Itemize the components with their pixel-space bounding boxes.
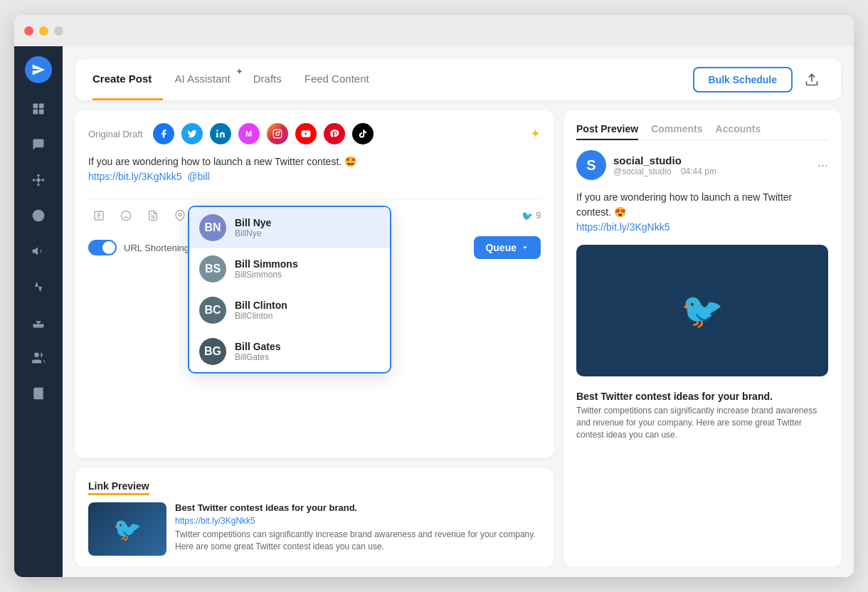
sidebar-item-messages[interactable] <box>23 129 54 160</box>
link-preview-desc: Twitter competitions can significantly i… <box>175 529 541 553</box>
tabs-card: Create Post AI Assistant ✦ Drafts Feed C… <box>75 59 841 100</box>
tab-post-preview[interactable]: Post Preview <box>576 123 638 140</box>
queue-chevron-icon <box>521 243 529 252</box>
mention-info-bill-clinton: Bill Clinton BillClinton <box>235 300 287 321</box>
bill-nye-avatar: BN <box>199 214 226 241</box>
linkedin-icon[interactable] <box>210 123 231 144</box>
meta-icon[interactable]: M <box>238 123 260 144</box>
svg-point-25 <box>121 211 130 220</box>
library-icon <box>31 386 46 401</box>
youtube-icon[interactable] <box>295 123 317 144</box>
audience-icon <box>31 351 46 365</box>
bill-gates-avatar: BG <box>199 338 226 365</box>
sidebar-item-download[interactable] <box>23 307 54 338</box>
queue-button[interactable]: Queue <box>474 236 541 259</box>
svg-point-7 <box>37 174 39 176</box>
tab-create-post[interactable]: Create Post <box>92 59 163 100</box>
support-icon <box>31 208 46 223</box>
sidebar-item-broadcast[interactable] <box>23 236 54 267</box>
url-shortening-label: URL Shortening <box>124 243 189 253</box>
link-preview-title: Link Preview <box>88 480 149 495</box>
link-preview-content: 🐦 Best Twitter contest ideas for your br… <box>88 502 541 556</box>
send-icon <box>31 63 46 77</box>
sidebar-item-analytics[interactable] <box>23 271 54 302</box>
tab-feed-content[interactable]: Feed Content <box>293 59 381 100</box>
preview-link-card: Best Twitter contest ideas for your bran… <box>576 391 828 440</box>
svg-point-16 <box>34 353 39 358</box>
sidebar-item-library[interactable] <box>23 378 54 409</box>
preview-link-desc: Twitter competitions can significantly i… <box>576 405 828 440</box>
svg-marker-14 <box>33 247 38 255</box>
preview-account: S social_studio @social_studio 04:44 pm … <box>576 150 828 180</box>
post-text-content: If you are wondering how to launch a new… <box>88 154 541 189</box>
svg-point-8 <box>37 184 39 186</box>
minimize-button[interactable] <box>39 26 48 36</box>
post-mention: @bill <box>187 171 209 182</box>
preview-avatar: S <box>576 150 606 180</box>
preview-image: 🐦 <box>576 245 828 376</box>
messages-icon <box>31 137 46 152</box>
toolbar-text-icon[interactable] <box>142 205 164 226</box>
post-preview-tabs: Post Preview Comments Accounts <box>576 123 828 140</box>
preview-post-link: https://bit.ly/3KgNkk5 <box>576 221 670 233</box>
facebook-icon[interactable] <box>153 123 174 144</box>
export-icon-button[interactable] <box>800 68 824 92</box>
sidebar-item-support[interactable] <box>23 200 54 231</box>
link-preview-text: Best Twitter contest ideas for your bran… <box>175 502 541 556</box>
preview-more-button[interactable]: ··· <box>817 158 828 173</box>
mention-item-bill-nye[interactable]: BN Bill Nye BillNye <box>189 207 390 248</box>
app-body: Create Post AI Assistant ✦ Drafts Feed C… <box>14 46 854 577</box>
svg-rect-2 <box>33 110 38 115</box>
left-column: Original Draft M <box>75 110 554 567</box>
pinterest-icon[interactable] <box>324 123 345 144</box>
bill-clinton-avatar: BC <box>199 297 226 324</box>
svg-point-21 <box>275 132 279 136</box>
toolbar-emoji-icon[interactable] <box>115 205 137 226</box>
content-row: Original Draft M <box>75 110 841 567</box>
main-content: Create Post AI Assistant ✦ Drafts Feed C… <box>63 46 854 577</box>
svg-rect-3 <box>39 110 44 115</box>
post-text-area[interactable]: If you are wondering how to launch a new… <box>88 154 541 189</box>
svg-point-4 <box>37 179 41 182</box>
tab-drafts[interactable]: Drafts <box>242 59 293 100</box>
tab-ai-assistant[interactable]: AI Assistant ✦ <box>163 59 241 100</box>
toolbar-format-icon[interactable] <box>88 205 110 226</box>
tab-comments[interactable]: Comments <box>651 123 702 140</box>
tab-accounts[interactable]: Accounts <box>716 123 761 140</box>
preview-post-text: If you are wondering how to launch a new… <box>576 190 828 235</box>
mention-info-bill-simmons: Bill Simmons BillSimmons <box>235 258 298 280</box>
mention-item-bill-simmons[interactable]: BS Bill Simmons BillSimmons <box>189 248 390 290</box>
preview-link-title: Best Twitter contest ideas for your bran… <box>576 391 828 402</box>
tiktok-icon[interactable] <box>352 123 374 144</box>
dashboard-icon <box>31 102 46 116</box>
close-button[interactable] <box>24 26 33 36</box>
mention-item-bill-clinton[interactable]: BC Bill Clinton BillClinton <box>189 290 390 331</box>
char-count: 🐦 9 <box>522 211 541 221</box>
right-panel: Post Preview Comments Accounts S social_… <box>563 110 841 567</box>
link-preview-url[interactable]: https://bit.ly/3KgNkk5 <box>175 516 541 526</box>
link-preview-image: 🐦 <box>88 502 166 556</box>
instagram-icon[interactable] <box>267 123 288 144</box>
preview-handle-time: @social_studio 04:44 pm <box>613 166 810 176</box>
url-shortening-toggle[interactable] <box>88 240 117 255</box>
bulk-schedule-button[interactable]: Bulk Schedule <box>693 67 793 92</box>
draft-header: Original Draft M <box>88 123 541 144</box>
sidebar-item-network[interactable] <box>23 164 54 196</box>
svg-point-5 <box>33 179 35 181</box>
sparkle-icon: ✦ <box>530 126 541 142</box>
bill-simmons-avatar: BS <box>199 255 226 282</box>
mention-item-bill-gates[interactable]: BG Bill Gates BillGates <box>189 331 390 372</box>
sidebar-item-dashboard[interactable] <box>23 93 54 125</box>
svg-point-6 <box>42 179 44 181</box>
svg-rect-0 <box>33 104 38 109</box>
sidebar <box>14 46 63 577</box>
svg-rect-20 <box>273 130 282 138</box>
sidebar-item-audience[interactable] <box>23 342 54 374</box>
app-window: Create Post AI Assistant ✦ Drafts Feed C… <box>14 15 854 577</box>
sidebar-logo[interactable] <box>25 56 52 83</box>
svg-point-22 <box>279 131 280 132</box>
mention-info-bill-gates: Bill Gates BillGates <box>235 341 281 362</box>
link-preview-card: Link Preview 🐦 Best Twitter contest idea… <box>75 468 554 567</box>
twitter-icon[interactable] <box>181 123 203 144</box>
maximize-button[interactable] <box>54 26 63 36</box>
